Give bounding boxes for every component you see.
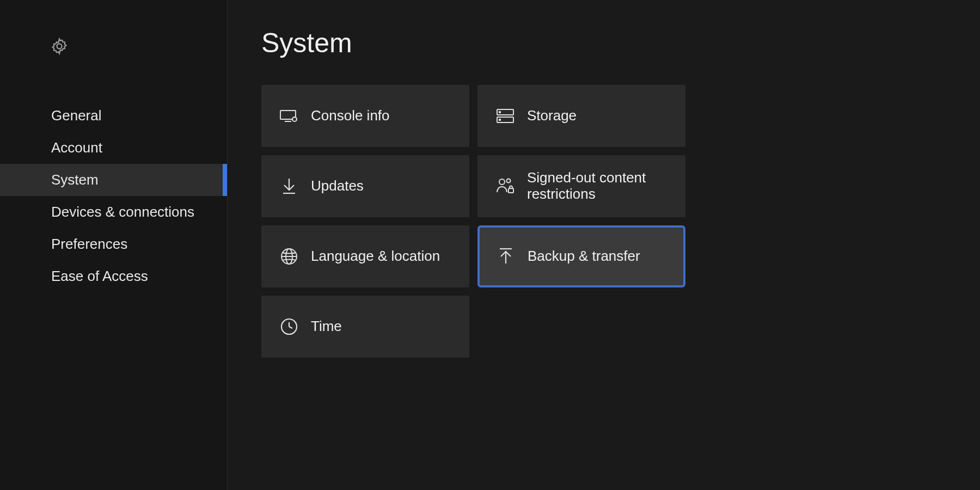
time-icon xyxy=(278,316,300,338)
sidebar-item-label: General xyxy=(51,107,102,124)
tile-time[interactable]: Time xyxy=(261,296,469,358)
language-location-icon xyxy=(278,246,300,267)
tile-storage[interactable]: Storage xyxy=(477,85,685,147)
tile-updates[interactable]: Updates xyxy=(261,155,469,217)
tile-grid: Console info Storage Upda xyxy=(261,85,980,358)
tile-label: Time xyxy=(311,318,353,335)
content-restrictions-icon xyxy=(494,175,516,197)
tile-label: Storage xyxy=(527,108,587,124)
tile-backup-transfer[interactable]: Backup & transfer xyxy=(477,225,685,287)
svg-line-20 xyxy=(289,327,292,328)
sidebar-item-devices-connections[interactable]: Devices & connections xyxy=(0,196,227,228)
sidebar-item-label: Ease of Access xyxy=(51,268,148,285)
sidebar-item-system[interactable]: System xyxy=(0,164,227,196)
sidebar-item-ease-of-access[interactable]: Ease of Access xyxy=(0,260,227,292)
svg-point-10 xyxy=(499,179,505,185)
gear-icon xyxy=(50,37,69,58)
backup-transfer-icon xyxy=(495,246,517,267)
svg-point-7 xyxy=(499,119,501,121)
page-title: System xyxy=(261,27,980,59)
tile-label: Language & location xyxy=(311,248,451,265)
updates-icon xyxy=(278,175,300,197)
tile-label: Backup & transfer xyxy=(528,248,651,265)
tile-console-info[interactable]: Console info xyxy=(261,85,469,147)
tile-language-location[interactable]: Language & location xyxy=(261,225,469,287)
svg-point-6 xyxy=(499,112,501,113)
main-content: System Console info xyxy=(228,0,980,490)
tile-content-restrictions[interactable]: Signed-out content restrictions xyxy=(477,155,685,217)
sidebar-nav: General Account System Devices & connect… xyxy=(0,100,227,292)
sidebar-item-account[interactable]: Account xyxy=(0,132,227,164)
sidebar-item-label: Account xyxy=(51,139,102,156)
sidebar-item-label: System xyxy=(51,171,99,188)
svg-point-11 xyxy=(507,179,511,183)
svg-point-0 xyxy=(57,44,62,48)
tile-label: Console info xyxy=(311,108,401,124)
sidebar-item-label: Preferences xyxy=(51,236,127,253)
tile-label: Signed-out content restrictions xyxy=(527,170,684,203)
console-info-icon xyxy=(278,105,300,127)
sidebar-item-label: Devices & connections xyxy=(51,204,194,220)
sidebar-item-preferences[interactable]: Preferences xyxy=(0,228,227,260)
tile-label: Updates xyxy=(311,178,375,194)
svg-rect-12 xyxy=(509,188,513,193)
storage-icon xyxy=(494,105,516,127)
sidebar: General Account System Devices & connect… xyxy=(0,0,228,490)
sidebar-item-general[interactable]: General xyxy=(0,100,227,132)
